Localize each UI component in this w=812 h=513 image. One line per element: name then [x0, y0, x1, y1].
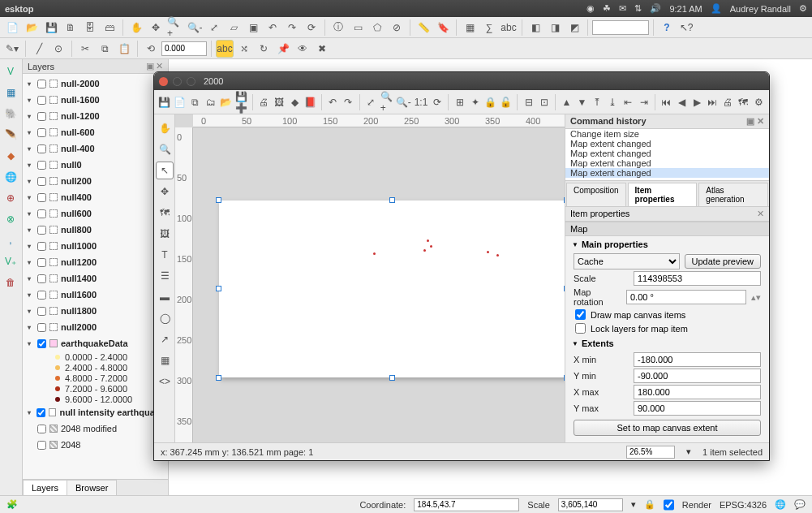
layer-row[interactable]: ▾null-1200 [23, 108, 168, 124]
comp-ungroup-icon[interactable]: ⊡ [537, 93, 551, 111]
crs-label[interactable]: EPSG:4326 [720, 500, 767, 510]
add-image-icon[interactable]: 🖼 [156, 225, 174, 243]
tab-item-properties[interactable]: Item properties [628, 183, 698, 206]
table-icon[interactable]: ▦ [461, 19, 479, 37]
zoom-in-icon[interactable]: 🔍+ [166, 19, 184, 37]
open-project-icon[interactable]: 📂 [23, 19, 41, 37]
plugin1-icon[interactable]: ◧ [526, 19, 544, 37]
layer-row[interactable]: ▾null2000 [23, 319, 168, 335]
add-shape-icon[interactable]: ◯ [156, 309, 174, 327]
comp-refresh-icon[interactable]: ⟳ [430, 93, 444, 111]
comp-snap-icon[interactable]: ✦ [468, 93, 482, 111]
history-item[interactable]: Map extent changed [565, 158, 769, 168]
user-name[interactable]: Audrey Randall [730, 4, 791, 14]
history-item[interactable]: Change item size [565, 129, 769, 139]
copy-icon[interactable]: ⧉ [96, 40, 114, 58]
help-icon[interactable]: ? [658, 19, 676, 37]
layer-row[interactable]: ▾2048 [23, 437, 168, 453]
close-icon[interactable] [159, 77, 168, 86]
identify-icon[interactable]: ⓘ [329, 19, 347, 37]
main-properties-fold[interactable]: ▼Main properties [565, 236, 769, 252]
layer-row[interactable]: ▾null800 [23, 222, 168, 238]
comp-redo-icon[interactable]: ↷ [342, 93, 355, 111]
add-vector-icon[interactable]: V [2, 63, 19, 80]
history-item[interactable]: Map extent changed [565, 139, 769, 149]
zoom-field[interactable] [626, 446, 675, 459]
paste-icon[interactable]: 📋 [115, 40, 133, 58]
label-pin-icon[interactable]: 📌 [274, 40, 292, 58]
tab-atlas[interactable]: Atlas generation [698, 183, 768, 206]
add-mssql-icon[interactable]: ◆ [2, 147, 19, 165]
comp-save-template-icon[interactable]: 💾➕ [234, 93, 248, 111]
tab-composition[interactable]: Composition [566, 183, 626, 206]
edit-pencil-icon[interactable]: ✎▾ [3, 40, 21, 58]
scale-input[interactable] [634, 271, 761, 286]
add-arrow-icon[interactable]: ↗ [156, 330, 174, 348]
comp-zoom-actual-icon[interactable]: 1:1 [414, 93, 429, 111]
digitize-icon[interactable]: ╱ [30, 40, 48, 58]
render-mode-select[interactable]: Cache [574, 253, 680, 269]
bookmark-icon[interactable]: 🔖 [434, 19, 452, 37]
plugin3-icon[interactable]: ◩ [565, 19, 583, 37]
layer-row[interactable]: ▾null intensity earthquake [23, 404, 168, 420]
extents-fold[interactable]: ▼Extents [565, 335, 769, 351]
clock[interactable]: 9:21 AM [669, 4, 702, 14]
pan-sel-icon[interactable]: ✥ [147, 19, 165, 37]
add-table-icon[interactable]: ▦ [156, 351, 174, 369]
calc-icon[interactable]: ∑ [480, 19, 498, 37]
set-extent-button[interactable]: Set to map canvas extent [574, 420, 761, 436]
panel-close-icon[interactable]: ▣ ✕ [746, 116, 764, 127]
update-preview-button[interactable]: Update preview [685, 254, 761, 269]
network-icon[interactable]: ⇅ [634, 3, 642, 14]
composer-titlebar[interactable]: 2000 [154, 72, 769, 90]
comp-export-img-icon[interactable]: 🖼 [273, 93, 286, 111]
layer-row[interactable]: ▾null1200 [23, 254, 168, 270]
xmin-input[interactable] [634, 352, 761, 367]
measure-icon[interactable]: 📏 [415, 19, 432, 37]
comp-load-icon[interactable]: 📂 [219, 93, 233, 111]
comp-atlas-settings-icon[interactable]: ⚙ [752, 93, 766, 111]
minimize-icon[interactable] [173, 77, 182, 86]
maximize-icon[interactable] [187, 77, 195, 86]
chrome-icon[interactable]: ◉ [586, 3, 595, 14]
comp-undo-icon[interactable]: ↶ [326, 93, 340, 111]
add-spatialite-icon[interactable]: 🪶 [2, 126, 19, 144]
layer-row[interactable]: ▾null400 [23, 189, 168, 205]
layer-row[interactable]: ▾null1600 [23, 287, 168, 303]
comp-atlas-export-icon[interactable]: 🗺 [737, 93, 750, 111]
abc-label-icon[interactable]: abc [216, 40, 234, 58]
history-item[interactable]: Map extent changed [565, 168, 769, 178]
composer-canvas[interactable]: 050100150200250300350400450 050100150200… [175, 114, 565, 442]
comp-group-icon[interactable]: ⊟ [522, 93, 535, 111]
label-hide-icon[interactable]: ✖ [313, 40, 331, 58]
extlock-icon[interactable]: 🔒 [644, 499, 655, 510]
zoom-next-icon[interactable]: ↷ [283, 19, 301, 37]
db2-icon[interactable]: 🗃 [101, 19, 118, 37]
add-raster-icon[interactable]: ▦ [2, 84, 19, 101]
pan-tool-icon[interactable]: ✋ [156, 119, 174, 137]
layer-row[interactable]: ▾null0 [23, 157, 168, 173]
zoom-out-icon[interactable]: 🔍- [186, 19, 204, 37]
save-as-icon[interactable]: 🗎 [62, 19, 79, 37]
labels-icon[interactable]: abc [500, 19, 518, 37]
lock-layers-checkbox[interactable] [575, 323, 586, 334]
comp-zoom-out-icon[interactable]: 🔍- [395, 93, 412, 111]
plugin2-icon[interactable]: ◨ [546, 19, 564, 37]
remove-layer-icon[interactable]: 🗑 [2, 274, 19, 291]
panel-close-icon[interactable]: ✕ [156, 61, 163, 71]
comp-lower-icon[interactable]: ▼ [575, 93, 589, 111]
comp-export-pdf-icon[interactable]: 📕 [303, 93, 317, 111]
comp-dup-icon[interactable]: ⧉ [188, 93, 202, 111]
layer-row[interactable]: ▾null1000 [23, 238, 168, 254]
node-icon[interactable]: ⊙ [49, 40, 67, 58]
xmax-input[interactable] [634, 385, 761, 399]
comp-align-right-icon[interactable]: ⇥ [637, 93, 651, 111]
zoom-last-icon[interactable]: ↶ [264, 19, 281, 37]
ymin-input[interactable] [634, 369, 761, 383]
comp-manager-icon[interactable]: 🗂 [204, 93, 217, 111]
volume-icon[interactable]: 🔊 [650, 3, 661, 14]
comp-zoom-in-icon[interactable]: 🔍+ [380, 93, 393, 111]
label-move-icon[interactable]: ⤭ [235, 40, 253, 58]
mail-icon[interactable]: ✉ [619, 3, 626, 14]
panel-undock-icon[interactable]: ▣ [146, 61, 154, 71]
